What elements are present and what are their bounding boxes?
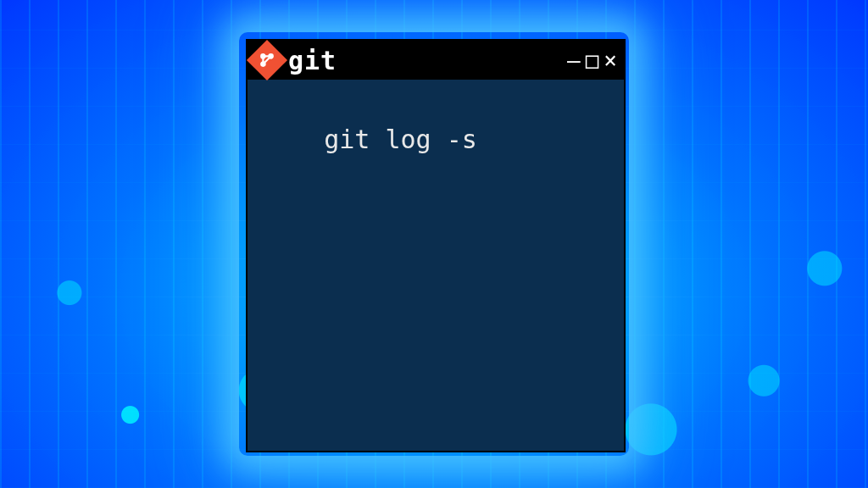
close-button[interactable]: × (604, 49, 617, 71)
terminal-body[interactable]: git log -s (248, 80, 624, 451)
minimize-button[interactable]: – (567, 49, 581, 71)
git-icon (247, 40, 287, 80)
window-title: git (288, 46, 337, 75)
titlebar[interactable]: git – □ × (248, 41, 624, 80)
maximize-button[interactable]: □ (586, 49, 599, 71)
terminal-window: git – □ × git log -s (246, 39, 626, 452)
command-text: git log -s (324, 125, 477, 154)
